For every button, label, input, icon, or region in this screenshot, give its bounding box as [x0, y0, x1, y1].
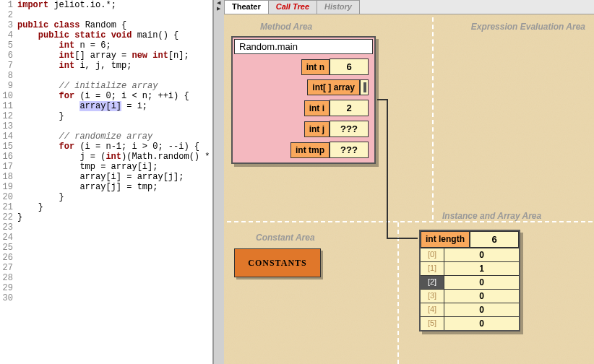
code-line[interactable]: 9 // initialize array	[0, 81, 212, 91]
gutter: 29	[0, 283, 16, 293]
tab-bar: Theater Call Tree History	[224, 0, 594, 14]
array-row: [0]0	[421, 248, 519, 261]
code-text	[16, 233, 212, 243]
left-arrow-icon[interactable]: ◀	[217, 0, 222, 5]
theater-canvas: Method Area Expression Evaluation Area C…	[224, 14, 594, 364]
variable-label: int i	[304, 100, 330, 116]
expr-area-label: Expression Evaluation Area	[471, 22, 585, 32]
code-line[interactable]: 1import jeliot.io.*;	[0, 0, 212, 10]
code-line[interactable]: 13	[0, 121, 212, 131]
array-cell: 0	[444, 317, 519, 330]
variable-slot: int j???	[238, 121, 369, 137]
gutter: 23	[0, 222, 16, 233]
code-line[interactable]: 25	[0, 243, 212, 253]
code-text: int i, j, tmp;	[16, 61, 212, 71]
code-line[interactable]: 11 array[i] = i;	[0, 101, 212, 111]
gutter: 12	[0, 111, 16, 121]
right-arrow-icon[interactable]: ▶	[217, 6, 222, 11]
code-text	[16, 253, 212, 263]
array-row: [1]1	[421, 261, 519, 275]
code-text: int[] array = new int[n];	[16, 51, 212, 61]
divider-horizontal	[227, 221, 593, 222]
array-index: [1]	[421, 262, 444, 275]
array-row: [3]0	[421, 289, 519, 303]
code-line[interactable]: 23	[0, 222, 212, 233]
code-line[interactable]: 14 // randomize array	[0, 131, 212, 142]
app-root: 1import jeliot.io.*;23public class Rando…	[0, 0, 594, 364]
code-line[interactable]: 6 int[] array = new int[n];	[0, 51, 212, 61]
array-index: [0]	[421, 248, 444, 261]
array-cell: 1	[444, 262, 519, 275]
gutter: 30	[0, 293, 16, 303]
constants-box: CONSTANTS	[234, 248, 321, 277]
splitter[interactable]: ◀ ▶	[214, 0, 224, 364]
code-text: }	[16, 111, 212, 121]
gutter: 7	[0, 61, 16, 71]
variable-value: 6	[330, 58, 369, 75]
code-text: import jeliot.io.*;	[16, 0, 212, 10]
array-index: [2]	[421, 276, 444, 289]
variable-slot: int n6	[238, 58, 369, 75]
code-text: int n = 6;	[16, 40, 212, 51]
code-text: // randomize array	[16, 131, 212, 142]
code-line[interactable]: 4 public static void main() {	[0, 30, 212, 40]
gutter: 25	[0, 243, 16, 253]
gutter: 14	[0, 131, 16, 142]
code-line[interactable]: 16 j = (int)(Math.random() *	[0, 152, 212, 162]
code-line[interactable]: 8	[0, 71, 212, 81]
gutter: 20	[0, 192, 16, 202]
gutter: 17	[0, 162, 16, 172]
array-instance: int length 6 [0]0[1]1[2]0[3]0[4]0[5]0	[419, 230, 520, 332]
variable-label: int tmp	[290, 142, 330, 158]
frame-title: Random.main	[234, 39, 373, 54]
gutter: 6	[0, 51, 16, 61]
stack-frame: Random.main int n6int[ ] arrayint i2int …	[231, 36, 376, 164]
variable-value: ???	[330, 121, 369, 137]
code-text: tmp = array[i];	[16, 162, 212, 172]
code-text: for (i = 0; i < n; ++i) {	[16, 91, 212, 101]
code-line[interactable]: 5 int n = 6;	[0, 40, 212, 51]
code-line[interactable]: 10 for (i = 0; i < n; ++i) {	[0, 91, 212, 101]
code-line[interactable]: 19 array[j] = tmp;	[0, 182, 212, 192]
array-cell: 0	[444, 303, 519, 316]
gutter: 13	[0, 121, 16, 131]
code-line[interactable]: 29	[0, 283, 212, 293]
method-area-label: Method Area	[260, 22, 312, 32]
variable-slot: int[ ] array	[238, 79, 369, 95]
array-row: [5]0	[421, 316, 519, 330]
code-line[interactable]: 21 }	[0, 202, 212, 212]
code-line[interactable]: 28	[0, 273, 212, 283]
array-row: [2]0	[421, 275, 519, 289]
code-line[interactable]: 12 }	[0, 111, 212, 121]
code-line[interactable]: 22}	[0, 212, 212, 222]
code-text: public class Random {	[16, 20, 212, 30]
variable-slot: int i2	[238, 100, 369, 116]
code-line[interactable]: 20 }	[0, 192, 212, 202]
gutter: 28	[0, 273, 16, 283]
code-line[interactable]: 27	[0, 263, 212, 273]
code-line[interactable]: 24	[0, 233, 212, 243]
array-index: [3]	[421, 290, 444, 303]
array-index: [5]	[421, 317, 444, 330]
code-line[interactable]: 17 tmp = array[i];	[0, 162, 212, 172]
code-line[interactable]: 26	[0, 253, 212, 263]
code-line[interactable]: 7 int i, j, tmp;	[0, 61, 212, 71]
code-text	[16, 222, 212, 233]
code-line[interactable]: 15 for (i = n-1; i > 0; --i) {	[0, 142, 212, 152]
code-line[interactable]: 2	[0, 10, 212, 20]
code-text	[16, 293, 212, 303]
code-text	[16, 263, 212, 273]
divider-vertical-2	[397, 222, 399, 364]
code-line[interactable]: 3public class Random {	[0, 20, 212, 30]
tab-history[interactable]: History	[317, 0, 360, 14]
code-editor[interactable]: 1import jeliot.io.*;23public class Rando…	[0, 0, 214, 364]
code-line[interactable]: 18 array[i] = array[j];	[0, 172, 212, 182]
code-text: array[i] = i;	[16, 101, 212, 111]
tab-theater[interactable]: Theater	[224, 0, 269, 14]
tab-call-tree[interactable]: Call Tree	[268, 0, 317, 14]
gutter: 1	[0, 0, 16, 10]
visualization-pane: Theater Call Tree History Method Area Ex…	[224, 0, 594, 364]
code-text: array[j] = tmp;	[16, 182, 212, 192]
code-line[interactable]: 30	[0, 293, 212, 303]
gutter: 10	[0, 91, 16, 101]
